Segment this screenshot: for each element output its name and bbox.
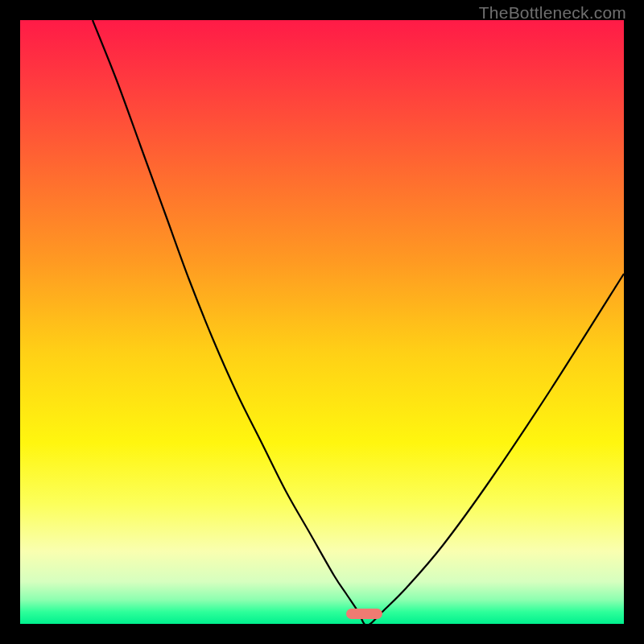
- plot-area: [20, 20, 624, 624]
- chart-frame: TheBottleneck.com: [0, 0, 644, 644]
- optimal-marker: [346, 609, 382, 620]
- attribution-label: TheBottleneck.com: [479, 3, 626, 23]
- bottleneck-curve: [20, 20, 624, 624]
